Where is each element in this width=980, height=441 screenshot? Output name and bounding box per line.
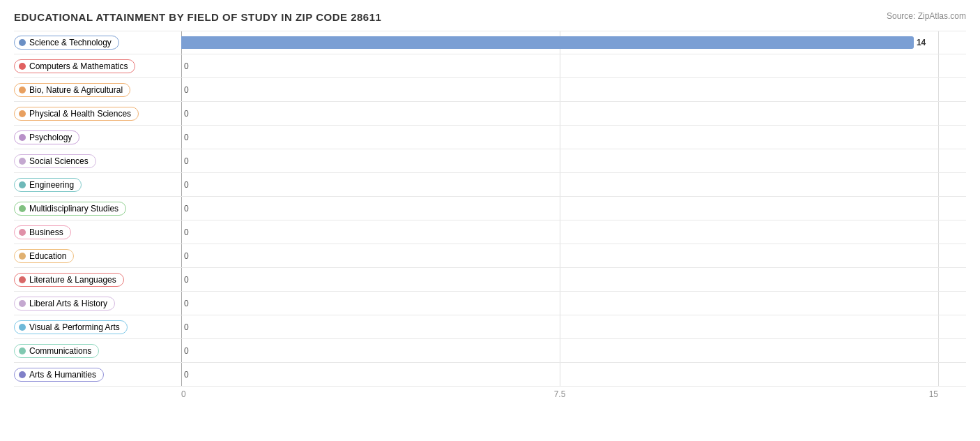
bar-container: 0 bbox=[181, 272, 966, 287]
label-pill: Arts & Humanities bbox=[14, 368, 181, 382]
bar-label: Literature & Languages bbox=[29, 275, 116, 285]
bar-container: 0 bbox=[181, 130, 966, 145]
bar-value-label: 0 bbox=[184, 61, 189, 71]
bar-row: Education0 bbox=[14, 244, 966, 268]
label-pill: Computers & Mathematics bbox=[14, 59, 181, 73]
label-pill: Psychology bbox=[14, 130, 181, 144]
bar-value-label: 0 bbox=[184, 227, 189, 237]
bar-row: Liberal Arts & History0 bbox=[14, 292, 966, 315]
bar-row: Arts & Humanities0 bbox=[14, 363, 966, 387]
bar-label: Communications bbox=[29, 346, 91, 356]
label-pill: Bio, Nature & Agricultural bbox=[14, 83, 181, 97]
x-label-max: 15 bbox=[686, 389, 938, 399]
bar-fill bbox=[181, 36, 914, 49]
bar-label: Science & Technology bbox=[29, 38, 112, 47]
bar-label: Engineering bbox=[29, 180, 74, 190]
label-pill: Literature & Languages bbox=[14, 273, 181, 287]
bar-label: Multidisciplinary Studies bbox=[29, 204, 118, 214]
bar-value-label: 0 bbox=[184, 133, 189, 142]
bar-container: 0 bbox=[181, 248, 966, 264]
bar-label: Liberal Arts & History bbox=[29, 299, 107, 308]
bar-label: Visual & Performing Arts bbox=[29, 322, 120, 332]
label-pill: Social Sciences bbox=[14, 154, 181, 168]
bar-label: Business bbox=[29, 227, 63, 237]
bar-container: 0 bbox=[181, 320, 966, 335]
label-pill: Physical & Health Sciences bbox=[14, 107, 181, 121]
label-pill: Education bbox=[14, 249, 181, 263]
bar-container: 0 bbox=[181, 343, 966, 359]
bar-container: 0 bbox=[181, 82, 966, 98]
bar-row: Engineering0 bbox=[14, 173, 966, 197]
bar-row: Computers & Mathematics0 bbox=[14, 54, 966, 78]
bar-container: 0 bbox=[181, 201, 966, 216]
source-label: Source: ZipAtlas.com bbox=[887, 11, 966, 21]
bar-row: Psychology0 bbox=[14, 126, 966, 149]
bars-container: Science & Technology14Computers & Mathem… bbox=[14, 31, 966, 387]
bar-value-label: 0 bbox=[184, 346, 189, 356]
bar-row: Bio, Nature & Agricultural0 bbox=[14, 78, 966, 102]
bar-value-label: 0 bbox=[184, 322, 189, 332]
bar-value-label: 14 bbox=[917, 38, 926, 47]
bar-value-label: 0 bbox=[184, 109, 189, 119]
bar-value-label: 0 bbox=[184, 156, 189, 166]
bar-container: 0 bbox=[181, 154, 966, 169]
label-pill: Business bbox=[14, 225, 181, 239]
bar-container: 14 bbox=[181, 35, 966, 50]
label-pill: Liberal Arts & History bbox=[14, 297, 181, 311]
bar-container: 0 bbox=[181, 225, 966, 240]
bar-label: Arts & Humanities bbox=[29, 370, 96, 380]
bar-label: Education bbox=[29, 251, 66, 261]
label-pill: Science & Technology bbox=[14, 36, 181, 50]
chart-wrapper: EDUCATIONAL ATTAINMENT BY FIELD OF STUDY… bbox=[14, 11, 966, 399]
x-label-0: 0 bbox=[181, 389, 434, 399]
label-pill: Engineering bbox=[14, 178, 181, 192]
bar-row: Social Sciences0 bbox=[14, 149, 966, 173]
bar-label: Bio, Nature & Agricultural bbox=[29, 85, 123, 95]
bar-value-label: 0 bbox=[184, 299, 189, 308]
bar-row: Communications0 bbox=[14, 339, 966, 363]
bar-row: Literature & Languages0 bbox=[14, 268, 966, 292]
bar-container: 0 bbox=[181, 59, 966, 74]
bar-value-label: 0 bbox=[184, 85, 189, 95]
label-pill: Multidisciplinary Studies bbox=[14, 202, 181, 216]
bar-row: Business0 bbox=[14, 221, 966, 244]
bar-container: 0 bbox=[181, 296, 966, 311]
label-pill: Visual & Performing Arts bbox=[14, 320, 181, 334]
bar-value-label: 0 bbox=[184, 251, 189, 261]
chart-area: Science & Technology14Computers & Mathem… bbox=[14, 31, 966, 399]
bar-label: Psychology bbox=[29, 133, 72, 142]
bar-row: Visual & Performing Arts0 bbox=[14, 315, 966, 339]
bar-label: Computers & Mathematics bbox=[29, 61, 128, 71]
bar-value-label: 0 bbox=[184, 180, 189, 190]
label-pill: Communications bbox=[14, 344, 181, 358]
bar-container: 0 bbox=[181, 177, 966, 193]
bar-label: Physical & Health Sciences bbox=[29, 109, 131, 119]
bar-container: 0 bbox=[181, 367, 966, 382]
bar-container: 0 bbox=[181, 106, 966, 121]
chart-title: EDUCATIONAL ATTAINMENT BY FIELD OF STUDY… bbox=[14, 11, 381, 23]
bar-row: Physical & Health Sciences0 bbox=[14, 102, 966, 126]
bar-row: Science & Technology14 bbox=[14, 31, 966, 54]
x-axis: 0 7.5 15 bbox=[181, 389, 966, 399]
bar-row: Multidisciplinary Studies0 bbox=[14, 197, 966, 221]
bar-value-label: 0 bbox=[184, 275, 189, 285]
x-label-mid: 7.5 bbox=[434, 389, 686, 399]
bar-value-label: 0 bbox=[184, 204, 189, 214]
bar-label: Social Sciences bbox=[29, 156, 89, 166]
bar-value-label: 0 bbox=[184, 370, 189, 380]
